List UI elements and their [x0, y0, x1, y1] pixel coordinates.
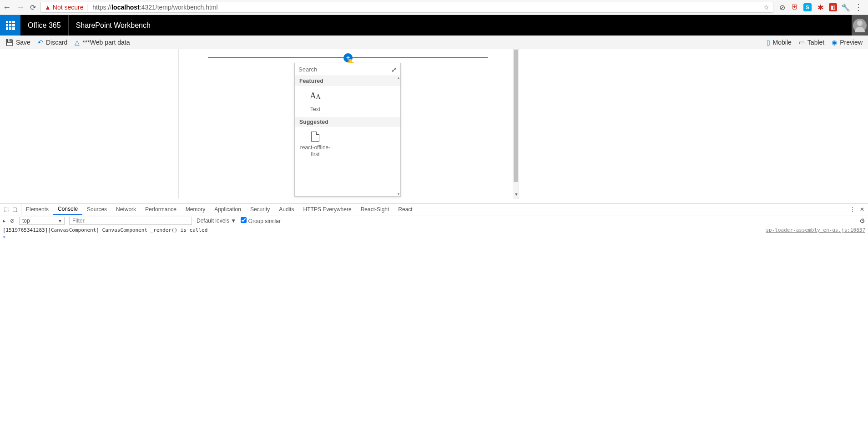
preview-label: Preview: [840, 39, 863, 46]
console-prompt[interactable]: >: [3, 233, 865, 240]
picker-body: Featured AA Text Suggested react-offline…: [295, 76, 400, 196]
featured-grid: AA Text: [295, 86, 400, 117]
devtools-tabs-right: ⋮ ✕: [846, 206, 868, 213]
group-similar-label: Group similar: [248, 218, 281, 224]
console-settings-icon[interactable]: ⚙: [859, 217, 865, 224]
webpart-data-label: ***Web part data: [82, 39, 130, 46]
skype-icon[interactable]: S: [803, 3, 812, 11]
log-levels-selector[interactable]: Default levels ▼: [197, 218, 236, 224]
tab-react-sight[interactable]: React-Sight: [356, 203, 394, 215]
star-icon[interactable]: ☆: [763, 4, 769, 11]
save-button[interactable]: 💾 Save: [5, 39, 30, 46]
context-selector[interactable]: top ▾: [19, 217, 65, 225]
o365-header: Office 365 SharePoint Workbench: [0, 15, 868, 36]
save-label: Save: [16, 39, 30, 46]
chrome-menu-icon[interactable]: ⋮: [854, 2, 863, 12]
canvas-frame: + ✋ ⤢ Featured AA Text Suggested: [178, 49, 515, 198]
webpart-picker: ⤢ Featured AA Text Suggested reac: [294, 63, 401, 197]
app-launcher[interactable]: [0, 15, 20, 36]
browser-chrome: ← → ⟳ ▲ Not secure | https://localhost:4…: [0, 0, 868, 15]
search-input[interactable]: [298, 66, 391, 73]
extension-icons: ⊘ ⛨ S ✱ ◧ 🔧 ⋮: [778, 2, 865, 12]
reload-button[interactable]: ⟳: [30, 3, 36, 12]
tab-security[interactable]: Security: [246, 203, 274, 215]
nav-controls: ← → ⟳: [3, 3, 36, 12]
tablet-button[interactable]: ▭ Tablet: [799, 39, 824, 46]
tab-network[interactable]: Network: [111, 203, 141, 215]
group-similar-toggle[interactable]: Group similar: [241, 217, 281, 224]
react-tile-label: react-offline-first: [299, 144, 331, 157]
canvas-scrollbar[interactable]: ▲ ▼: [513, 49, 519, 198]
url-protocol: https://: [92, 4, 111, 11]
suggested-grid: react-offline-first: [295, 127, 400, 162]
ext-red-icon[interactable]: ◧: [829, 3, 837, 11]
devtools-close-icon[interactable]: ✕: [860, 206, 864, 213]
picker-search-row: ⤢: [295, 63, 400, 76]
console-toolbar: ▸ ⊘ top ▾ Filter Default levels ▼ Group …: [0, 215, 868, 226]
webpart-data-button[interactable]: △ ***Web part data: [75, 39, 130, 46]
url-text: https://localhost:4321/temp/workbench.ht…: [92, 4, 217, 11]
preview-icon: ◉: [832, 39, 837, 46]
security-indicator[interactable]: ▲ Not secure: [45, 4, 84, 11]
discard-button[interactable]: ↶ Discard: [38, 39, 67, 46]
app-title: SharePoint Workbench: [69, 21, 158, 30]
expand-icon[interactable]: ⤢: [391, 66, 397, 73]
back-button[interactable]: ←: [3, 3, 11, 12]
react-offline-first-tile[interactable]: react-offline-first: [299, 132, 331, 157]
wrench-icon[interactable]: 🔧: [842, 3, 850, 11]
chevron-down-icon: ▾: [59, 218, 61, 224]
devtools-tool-icons: ⬚ ▢: [0, 203, 21, 215]
bug-icon[interactable]: ✱: [816, 3, 824, 11]
console-output: [1519765341283][CanvasComponent] CanvasC…: [0, 226, 868, 447]
avatar-icon: [853, 19, 867, 32]
address-bar[interactable]: ▲ Not secure | https://localhost:4321/te…: [40, 2, 773, 13]
tab-audits[interactable]: Audits: [274, 203, 298, 215]
tab-application[interactable]: Application: [210, 203, 246, 215]
url-path: :4321/temp/workbench.html: [140, 4, 218, 11]
save-icon: 💾: [5, 39, 13, 46]
scroll-down-icon[interactable]: ▼: [397, 192, 400, 196]
tab-console[interactable]: Console: [53, 203, 82, 215]
text-icon: AA: [310, 91, 320, 103]
tab-https-everywhere[interactable]: HTTPS Everywhere: [299, 203, 356, 215]
tab-elements[interactable]: Elements: [21, 203, 53, 215]
tab-sources[interactable]: Sources: [82, 203, 111, 215]
brand-title[interactable]: Office 365: [20, 15, 69, 36]
mobile-icon: ▯: [767, 39, 770, 46]
delta-icon: △: [75, 39, 80, 46]
scroll-down-arrow[interactable]: ▼: [513, 192, 520, 198]
tab-memory[interactable]: Memory: [181, 203, 210, 215]
tablet-label: Tablet: [807, 39, 824, 46]
text-tile-label: Text: [310, 106, 320, 112]
device-toggle-icon[interactable]: ▢: [12, 206, 17, 213]
mobile-button[interactable]: ▯ Mobile: [767, 39, 792, 46]
tablet-icon: ▭: [799, 39, 805, 46]
waffle-icon: [6, 21, 15, 30]
mobile-label: Mobile: [773, 39, 792, 46]
text-webpart-tile[interactable]: AA Text: [299, 91, 331, 112]
devtools-more-icon[interactable]: ⋮: [850, 206, 855, 213]
tab-performance[interactable]: Performance: [141, 203, 181, 215]
featured-header: Featured: [295, 76, 400, 86]
address-separator: |: [87, 4, 89, 11]
block-icon[interactable]: ⊘: [778, 3, 786, 11]
undo-icon: ↶: [38, 39, 43, 46]
scroll-thumb[interactable]: [514, 50, 518, 182]
filter-input[interactable]: Filter: [69, 217, 192, 225]
scroll-up-icon[interactable]: ▲: [397, 76, 400, 80]
group-similar-checkbox[interactable]: [241, 217, 247, 223]
tab-react[interactable]: React: [394, 203, 417, 215]
forward-button[interactable]: →: [16, 3, 25, 12]
shield-icon[interactable]: ⛨: [791, 3, 799, 11]
picker-scrollbar[interactable]: ▲ ▼: [397, 76, 400, 196]
canvas-area: + ✋ ⤢ Featured AA Text Suggested: [0, 49, 868, 203]
log-source-link[interactable]: sp-loader-assembly_en-us.js:10837: [766, 227, 865, 233]
devtools-panel: ⬚ ▢ Elements Console Sources Network Per…: [0, 203, 868, 447]
console-sidebar-icon[interactable]: ▸: [3, 218, 5, 224]
warning-icon: ▲: [45, 4, 51, 11]
inspect-icon[interactable]: ⬚: [4, 206, 9, 213]
clear-console-icon[interactable]: ⊘: [10, 218, 15, 224]
preview-button[interactable]: ◉ Preview: [832, 39, 863, 46]
user-avatar[interactable]: [852, 15, 868, 36]
discard-label: Discard: [46, 39, 67, 46]
